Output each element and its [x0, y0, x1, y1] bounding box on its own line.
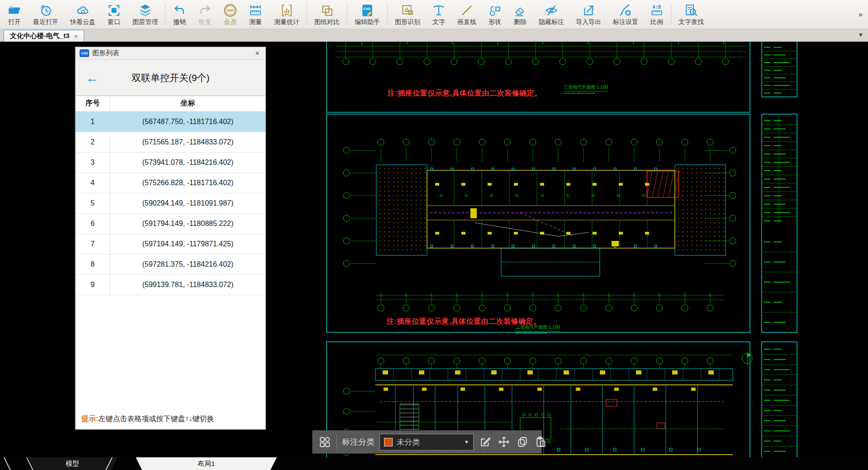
figure-list-title: 图形列表: [92, 49, 250, 58]
annotation-category-label: 标注分类: [342, 436, 375, 447]
figure-list-titlebar[interactable]: CAD 图形列表 ×: [76, 47, 266, 60]
toolbar-button-draw-line[interactable]: 画直线: [451, 0, 482, 29]
back-arrow-icon[interactable]: ←: [85, 71, 99, 85]
table-row[interactable]: 8(597281.375, -1184216.402): [76, 254, 266, 274]
table-row[interactable]: 2(571565.187, -1184833.072): [76, 132, 266, 152]
toolbar-overflow-chevron[interactable]: »: [855, 10, 866, 19]
toolbar-button-compare[interactable]: 图纸对比: [308, 0, 346, 29]
cell-coord: (599139.781, -1184833.072): [110, 274, 266, 295]
svg-text:VIP: VIP: [227, 8, 233, 13]
cell-coord: (597281.375, -1184216.402): [110, 254, 266, 274]
category-dropdown-value: 未分类: [397, 437, 460, 447]
copy-annotation-icon[interactable]: [516, 435, 529, 449]
toolbar-button-cloud[interactable]: 快看云盘: [64, 0, 101, 29]
shape-recognition-icon: [401, 4, 414, 17]
hint-prefix: 提示:: [81, 414, 98, 424]
toolbar-button-layers[interactable]: 图层管理: [127, 0, 164, 29]
toolbar-button-edit-assistant[interactable]: CAD 编辑助手: [349, 0, 386, 29]
import-export-icon: [582, 4, 595, 17]
measure-stats-icon: [280, 4, 294, 17]
toolbar-button-scale[interactable]: A:B 比例: [644, 0, 669, 29]
cell-no: 5: [76, 193, 110, 213]
text-search-icon: A: [684, 4, 698, 17]
tab-close-icon[interactable]: ×: [74, 32, 78, 40]
cell-coord: (567487.750, -1181716.402): [110, 111, 266, 132]
cell-coord: (573941.078, -1184216.402): [110, 152, 266, 173]
cell-no: 2: [76, 132, 110, 152]
cad-caption-floor3: 三层电气平面图 1:100: [564, 84, 608, 94]
cad-assistant-icon: CAD: [360, 4, 374, 17]
layout-tab-bar: 模型 布局1: [0, 457, 868, 470]
toolbar-button-shape-recognition[interactable]: 图形识别: [389, 0, 426, 29]
paste-annotation-icon[interactable]: [534, 435, 548, 449]
toolbar-button-window[interactable]: 窗口: [101, 0, 127, 29]
table-row[interactable]: 1(567487.750, -1181716.402): [76, 111, 266, 132]
pen-gear-icon: [619, 4, 632, 17]
toolbar-button-open[interactable]: 打开: [2, 0, 27, 29]
annotation-toolbar: 标注分类 未分类 ▼: [312, 430, 542, 454]
table-row[interactable]: 6(591794.149, -1180885.222): [76, 213, 266, 234]
table-row[interactable]: 9(599139.781, -1184833.072): [76, 274, 266, 295]
toolbar-button-measure-stats[interactable]: 测量统计: [268, 0, 305, 29]
toolbar-separator: [387, 3, 388, 25]
toolbar-button-undo[interactable]: 撤销: [167, 0, 192, 29]
toolbar-button-annotation-settings[interactable]: 标注设置: [607, 0, 644, 29]
svg-text:CAD: CAD: [363, 6, 371, 10]
dropdown-caret-icon: ▼: [464, 439, 469, 445]
column-header-index: 序号: [76, 96, 110, 111]
measure-ruler-icon: [249, 4, 262, 17]
edit-annotation-icon[interactable]: [479, 435, 492, 449]
toolbar-label: 打开: [8, 19, 21, 25]
figure-list-panel: CAD 图形列表 × ← 双联单控开关(9个) 序号 坐标 1(567487.7…: [75, 47, 266, 430]
cad-caption-floor2: 二层电气平面图 1:100: [516, 324, 560, 334]
toolbar-button-measure[interactable]: 测量: [243, 0, 268, 29]
panel-empty-area: [76, 295, 266, 409]
cloud-icon: [76, 4, 90, 17]
panel-close-icon[interactable]: ×: [253, 49, 261, 57]
cad-note-sockets-top: 注:插座位置仅示意,具体位置由二次装修确定。: [388, 89, 542, 98]
toolbar-button-hide-annotation[interactable]: 隐藏标注: [533, 0, 570, 29]
figure-list-header: ← 双联单控开关(9个): [76, 60, 266, 96]
toolbar-button-vip[interactable]: VIP 会员: [218, 0, 243, 29]
table-row[interactable]: 5(590294.149, -1181091.987): [76, 193, 266, 213]
cell-coord: (575266.828, -1181716.402): [110, 173, 266, 193]
tabbar-dropdown-icon[interactable]: ▼: [858, 32, 863, 38]
layers-icon: [138, 4, 152, 17]
layout-tab-slash: [4, 457, 11, 470]
toolbar-separator: [671, 3, 671, 25]
toolbar-separator: [347, 3, 347, 25]
category-dropdown[interactable]: 未分类 ▼: [379, 434, 474, 451]
undo-icon: [173, 4, 186, 17]
cell-coord: (590294.149, -1181091.987): [110, 193, 266, 213]
table-row[interactable]: 3(573941.078, -1184216.402): [76, 152, 266, 173]
text-tool-icon: [432, 4, 446, 17]
table-row[interactable]: 7(597194.149, -1179871.425): [76, 234, 266, 254]
toolbar-button-shapes[interactable]: 形状: [482, 0, 508, 29]
document-tabbar: 文化中心楼-电气_t3 × ▼: [0, 29, 868, 42]
hidden-eye-icon: [545, 4, 558, 17]
toolbar-button-redo[interactable]: 恢复: [192, 0, 218, 29]
toolbar-button-text[interactable]: 文字: [426, 0, 451, 29]
tab-model[interactable]: 模型: [27, 457, 118, 470]
recent-clock-icon: [39, 4, 52, 17]
toolbar-separator: [307, 3, 307, 25]
cell-coord: (571565.187, -1184833.072): [110, 132, 266, 152]
window-frame-icon: [107, 4, 121, 17]
category-grid-icon[interactable]: [318, 435, 332, 449]
table-header-row: 序号 坐标: [76, 96, 266, 111]
toolbar-button-import-export[interactable]: 导入导出: [570, 0, 607, 29]
redo-icon: [198, 4, 212, 17]
hint-bar: 提示:左键点击表格项或按下键盘↑↓键切换: [76, 408, 266, 429]
scale-ratio-icon: A:B: [650, 4, 664, 17]
cell-coord: (591794.149, -1180885.222): [110, 213, 266, 234]
cell-no: 8: [76, 254, 110, 274]
tab-layout1[interactable]: 布局1: [136, 457, 277, 470]
document-tab-active[interactable]: 文化中心楼-电气_t3 ×: [4, 30, 84, 42]
toolbar-button-delete[interactable]: 删除: [508, 0, 533, 29]
cell-no: 9: [76, 274, 110, 295]
toolbar-button-recent[interactable]: 最近打开: [27, 0, 64, 29]
document-tab-label: 文化中心楼-电气_t3: [10, 32, 70, 40]
toolbar-button-text-search[interactable]: A 文字查找: [673, 0, 710, 29]
table-row[interactable]: 4(575266.828, -1181716.402): [76, 173, 266, 193]
move-annotation-icon[interactable]: [497, 435, 511, 449]
